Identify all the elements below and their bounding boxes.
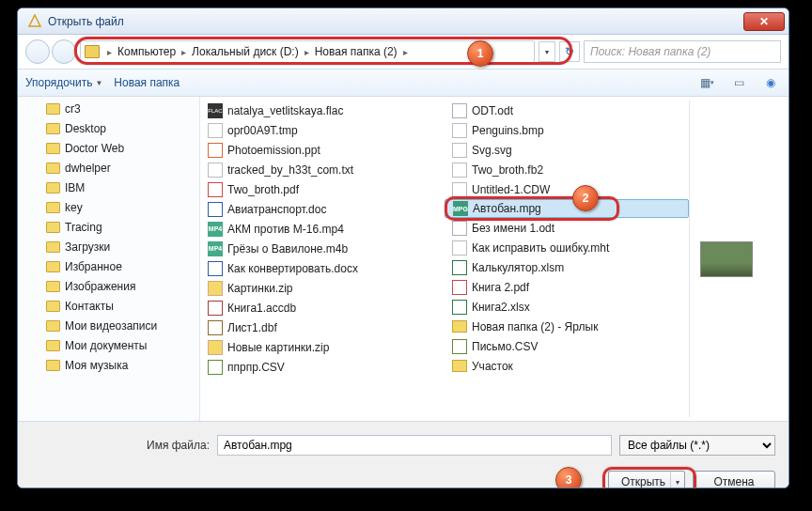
file-icon bbox=[452, 240, 467, 256]
search-placeholder: Поиск: Новая папка (2) bbox=[590, 45, 710, 58]
file-item[interactable]: Penguins.bmp bbox=[445, 120, 689, 140]
file-name: Новая папка (2) - Ярлык bbox=[472, 320, 598, 333]
file-icon bbox=[452, 300, 467, 315]
file-name: Книга2.xlsx bbox=[472, 301, 530, 314]
file-icon bbox=[452, 221, 467, 236]
cancel-button[interactable]: Отмена bbox=[693, 471, 775, 488]
refresh-button[interactable]: ↻ bbox=[559, 41, 580, 62]
file-icon bbox=[208, 163, 223, 178]
file-item[interactable]: MP4Грёзы о Вавилоне.m4b bbox=[200, 239, 445, 258]
sidebar-item[interactable]: Desktop bbox=[18, 118, 199, 138]
file-item[interactable]: Книга 2.pdf bbox=[445, 277, 689, 297]
sidebar[interactable]: cr3DesktopDoctor WebdwhelperIBMkeyTracin… bbox=[18, 97, 200, 421]
file-icon: MPG bbox=[453, 201, 468, 216]
forward-button[interactable] bbox=[52, 39, 76, 64]
search-input[interactable]: Поиск: Новая папка (2) bbox=[584, 40, 781, 63]
file-name: Книга 2.pdf bbox=[472, 281, 529, 294]
sidebar-item[interactable]: Tracing bbox=[18, 217, 199, 237]
file-icon: MP4 bbox=[208, 222, 223, 237]
file-item[interactable]: Как конвертировать.docx bbox=[200, 258, 445, 278]
file-list[interactable]: FLACnatalya_vetlitskaya.flacopr00A9T.tmp… bbox=[200, 97, 789, 421]
file-icon bbox=[208, 360, 223, 375]
file-name: Калькулятор.xlsm bbox=[472, 261, 564, 274]
file-item[interactable]: Two_broth.fb2 bbox=[445, 160, 689, 179]
folder-icon bbox=[46, 281, 60, 292]
sidebar-item[interactable]: dwhelper bbox=[18, 158, 199, 178]
sidebar-item[interactable]: Моя музыка bbox=[18, 355, 199, 375]
file-item[interactable]: Книга1.accdb bbox=[200, 298, 445, 317]
file-item[interactable]: Лист1.dbf bbox=[200, 317, 445, 337]
file-name: Автобан.mpg bbox=[473, 202, 541, 215]
close-button[interactable]: ✕ bbox=[743, 12, 785, 31]
sidebar-label: dwhelper bbox=[65, 162, 111, 175]
nav-row: ▸ Компьютер ▸ Локальный диск (D:) ▸ Нова… bbox=[18, 35, 789, 69]
help-icon[interactable]: ◉ bbox=[760, 73, 781, 92]
folder-icon bbox=[46, 103, 60, 115]
file-item[interactable]: Svg.svg bbox=[445, 140, 689, 160]
open-button-dropdown[interactable]: ▾ bbox=[670, 471, 685, 488]
file-icon bbox=[208, 261, 223, 276]
sidebar-label: Контакты bbox=[65, 300, 114, 313]
file-item[interactable]: Авиатранспорт.doc bbox=[200, 199, 445, 219]
file-item[interactable]: Untitled-1.CDW bbox=[445, 179, 689, 199]
new-folder-button[interactable]: Новая папка bbox=[114, 76, 180, 89]
organize-menu[interactable]: Упорядочить▼ bbox=[25, 76, 102, 89]
titlebar[interactable]: Открыть файл ✕ bbox=[18, 8, 789, 35]
folder-icon bbox=[46, 320, 60, 332]
file-filter-select[interactable]: Все файлы (*.*) bbox=[619, 435, 775, 456]
filename-input[interactable] bbox=[217, 435, 612, 456]
sidebar-item[interactable]: Мои документы bbox=[18, 335, 199, 355]
file-item[interactable]: opr00A9T.tmp bbox=[200, 120, 445, 140]
sidebar-item[interactable]: IBM bbox=[18, 178, 199, 197]
file-item[interactable]: Two_broth.pdf bbox=[200, 179, 445, 199]
sidebar-item[interactable]: Doctor Web bbox=[18, 138, 199, 158]
file-item[interactable]: Без имени 1.odt bbox=[445, 218, 689, 238]
main-area: cr3DesktopDoctor WebdwhelperIBMkeyTracin… bbox=[18, 97, 789, 422]
file-item[interactable]: MP4АКМ против М-16.mp4 bbox=[200, 219, 445, 239]
file-icon: MP4 bbox=[208, 241, 223, 256]
sidebar-item[interactable]: Мои видеозаписи bbox=[18, 316, 199, 335]
folder-icon bbox=[46, 340, 60, 351]
sidebar-item[interactable]: Контакты bbox=[18, 296, 199, 316]
sidebar-item[interactable]: key bbox=[18, 197, 199, 217]
file-icon bbox=[452, 339, 467, 354]
file-item[interactable]: MPGАвтобан.mpg bbox=[445, 199, 689, 218]
file-name: Как исправить ошибку.mht bbox=[472, 241, 609, 255]
file-icon bbox=[208, 340, 223, 355]
file-icon bbox=[452, 320, 467, 333]
preview-pane-icon[interactable]: ▭ bbox=[728, 73, 749, 92]
view-options-icon[interactable]: ▦▾ bbox=[696, 73, 717, 92]
file-item[interactable]: Книга2.xlsx bbox=[445, 297, 689, 317]
file-item[interactable]: Калькулятор.xlsm bbox=[445, 257, 689, 277]
sidebar-label: Desktop bbox=[65, 122, 106, 135]
open-button[interactable]: Открыть bbox=[608, 471, 678, 488]
file-item[interactable]: Участок bbox=[445, 356, 689, 376]
file-item[interactable]: Новая папка (2) - Ярлык bbox=[445, 317, 689, 336]
breadcrumb-dropdown[interactable]: ▾ bbox=[539, 41, 555, 62]
file-item[interactable]: Новые картинки.zip bbox=[200, 337, 445, 357]
sidebar-item[interactable]: Загрузки bbox=[18, 237, 199, 256]
sidebar-item[interactable]: Изображения bbox=[18, 276, 199, 296]
back-button[interactable] bbox=[25, 39, 50, 64]
file-item[interactable]: Письмо.CSV bbox=[445, 336, 689, 356]
sidebar-label: Загрузки bbox=[65, 240, 110, 254]
bottom-panel: Имя файла: Все файлы (*.*) Открыть ▾ Отм… bbox=[18, 422, 789, 488]
breadcrumb-part[interactable]: Локальный диск (D:) bbox=[190, 45, 301, 58]
file-item[interactable]: tracked_by_h33t_com.txt bbox=[200, 160, 445, 179]
breadcrumb-part[interactable]: Компьютер bbox=[116, 45, 178, 58]
file-item[interactable]: Картинки.zip bbox=[200, 278, 445, 298]
file-icon bbox=[452, 360, 467, 372]
callout-1: 1 bbox=[467, 40, 493, 67]
file-icon bbox=[208, 301, 223, 316]
file-item[interactable]: ODT.odt bbox=[445, 101, 689, 120]
file-item[interactable]: ппрпр.CSV bbox=[200, 357, 445, 377]
file-item[interactable]: Photoemission.ppt bbox=[200, 140, 445, 160]
file-item[interactable]: FLACnatalya_vetlitskaya.flac bbox=[200, 101, 445, 120]
sidebar-item[interactable]: Избранное bbox=[18, 256, 199, 276]
sidebar-item[interactable]: cr3 bbox=[18, 99, 199, 118]
file-item[interactable]: Как исправить ошибку.mht bbox=[445, 238, 689, 257]
folder-icon bbox=[46, 182, 60, 194]
folder-icon bbox=[46, 301, 60, 312]
breadcrumb-part[interactable]: Новая папка (2) bbox=[313, 45, 399, 58]
file-name: АКМ против М-16.mp4 bbox=[227, 223, 344, 236]
